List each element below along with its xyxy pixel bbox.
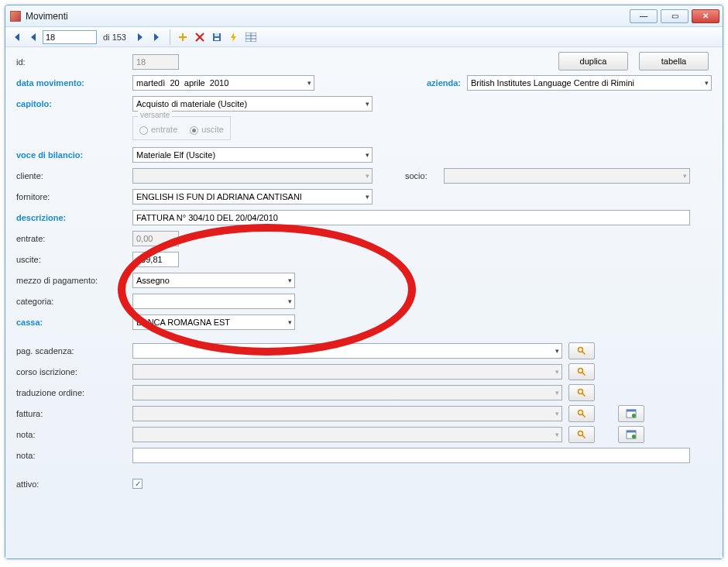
- table-view-button[interactable]: [243, 29, 259, 45]
- date-year: 2010: [210, 78, 228, 88]
- capitolo-value: Acquisto di materiale (Uscite): [136, 99, 247, 108]
- socio-combo: [444, 168, 690, 184]
- label-nota: nota:: [16, 430, 132, 439]
- top-action-buttons: duplica tabella: [558, 52, 709, 70]
- capitolo-combo[interactable]: Acquisto di materiale (Uscite): [132, 96, 373, 112]
- fattura-search-button[interactable]: [568, 405, 595, 422]
- record-index-input[interactable]: [43, 30, 97, 44]
- label-attivo: attivo:: [16, 479, 132, 489]
- label-cliente: cliente:: [16, 171, 132, 180]
- label-traduzione-ordine: traduzione ordine:: [16, 388, 132, 397]
- fornitore-value: ENGLISH IS FUN DI ADRIANA CANTISANI: [136, 192, 302, 201]
- nota-combo: [132, 427, 562, 442]
- nota-search-button[interactable]: [568, 426, 595, 443]
- go-last-icon: [153, 33, 161, 41]
- azienda-value: British Institutes Language Centre di Ri…: [471, 78, 634, 88]
- fornitore-combo[interactable]: ENGLISH IS FUN DI ADRIANA CANTISANI: [132, 189, 373, 204]
- refresh-button[interactable]: [226, 29, 242, 45]
- cassa-combo[interactable]: BANCA ROMAGNA EST: [132, 314, 295, 330]
- tabella-button[interactable]: tabella: [639, 52, 709, 70]
- lightning-icon: [229, 33, 239, 42]
- delete-record-button[interactable]: [192, 29, 208, 45]
- svg-point-18: [579, 431, 583, 435]
- close-button[interactable]: ✕: [692, 9, 719, 23]
- label-descrizione: descrizione:: [16, 213, 132, 222]
- save-disk-icon: [212, 33, 221, 42]
- descrizione-field[interactable]: [132, 210, 690, 225]
- entrate-field: [132, 231, 179, 246]
- versante-title: versante: [138, 111, 172, 119]
- label-socio: socio:: [405, 171, 444, 180]
- traduzione-ordine-search-button[interactable]: [568, 384, 595, 401]
- label-data-movimento: data movimento:: [16, 78, 132, 88]
- pag-scadenza-search-button[interactable]: [568, 342, 595, 359]
- go-prev-icon: [30, 33, 36, 41]
- uscite-field[interactable]: [132, 252, 179, 267]
- id-field: [132, 54, 179, 70]
- svg-point-7: [579, 347, 583, 352]
- date-picker[interactable]: martedì 20 aprile 2010: [132, 75, 314, 91]
- save-record-button[interactable]: [209, 29, 225, 45]
- versante-group: versante entrate uscite: [132, 116, 231, 140]
- delete-x-icon: [195, 33, 204, 42]
- label-entrate: entrate:: [16, 234, 132, 243]
- voce-bilancio-value: Materiale Elf (Uscite): [136, 150, 215, 160]
- date-weekday: martedì: [136, 78, 165, 88]
- svg-rect-21: [627, 430, 636, 432]
- cassa-value: BANCA ROMAGNA EST: [136, 318, 230, 327]
- search-icon: [577, 430, 586, 439]
- nota-open-button[interactable]: [618, 426, 644, 443]
- label-capitolo: capitolo:: [16, 99, 132, 108]
- svg-rect-2: [215, 38, 219, 40]
- svg-point-17: [632, 414, 636, 418]
- pag-scadenza-combo[interactable]: [132, 343, 562, 359]
- radio-entrate: entrate: [139, 125, 177, 135]
- plus-icon: [178, 33, 187, 42]
- svg-line-10: [582, 372, 585, 375]
- label-id: id:: [16, 57, 132, 67]
- next-record-button[interactable]: [132, 29, 148, 45]
- search-icon: [577, 346, 586, 356]
- maximize-button[interactable]: ▭: [661, 9, 689, 23]
- voce-bilancio-combo[interactable]: Materiale Elf (Uscite): [132, 147, 373, 163]
- svg-rect-1: [215, 33, 219, 36]
- attivo-checkbox[interactable]: ✓: [132, 479, 143, 489]
- svg-line-8: [582, 351, 585, 354]
- label-mezzo-pagamento: mezzo di pagamento:: [16, 276, 132, 285]
- label-cassa: cassa:: [16, 318, 132, 327]
- window-frame: Movimenti — ▭ ✕ di 153: [5, 5, 723, 559]
- search-icon: [577, 409, 586, 418]
- minimize-button[interactable]: —: [630, 9, 658, 23]
- add-record-button[interactable]: [175, 29, 191, 45]
- record-total: di 153: [103, 33, 126, 42]
- date-month: aprile: [184, 78, 205, 88]
- categoria-combo[interactable]: [132, 294, 295, 309]
- form-content: duplica tabella id: data movimento: mart…: [5, 47, 723, 558]
- go-next-icon: [137, 33, 143, 41]
- svg-line-19: [582, 435, 585, 438]
- label-azienda: azienda:: [414, 78, 461, 88]
- corso-iscrizione-search-button[interactable]: [568, 363, 595, 380]
- label-fornitore: fornitore:: [16, 192, 132, 201]
- label-uscite: uscite:: [16, 255, 132, 264]
- svg-line-12: [582, 393, 585, 396]
- label-nota2: nota:: [16, 451, 132, 460]
- last-record-button[interactable]: [149, 29, 165, 45]
- label-categoria: categoria:: [16, 297, 132, 306]
- mezzo-pagamento-combo[interactable]: Assegno: [132, 273, 295, 288]
- label-pag-scadenza: pag. scadenza:: [16, 346, 132, 356]
- previous-record-button[interactable]: [26, 29, 41, 45]
- window-title: Movimenti: [26, 11, 68, 22]
- duplica-button[interactable]: duplica: [558, 52, 628, 70]
- svg-point-13: [579, 410, 583, 414]
- date-day: 20: [170, 78, 179, 88]
- radio-uscite: uscite: [190, 125, 224, 135]
- azienda-combo[interactable]: British Institutes Language Centre di Ri…: [467, 75, 712, 91]
- svg-line-14: [582, 414, 585, 417]
- first-record-button[interactable]: [9, 29, 24, 45]
- search-icon: [577, 388, 586, 397]
- fattura-open-button[interactable]: [618, 405, 644, 422]
- nota2-field[interactable]: [132, 448, 690, 463]
- label-corso-iscrizione: corso iscrizione:: [16, 367, 132, 376]
- svg-point-22: [632, 435, 636, 438]
